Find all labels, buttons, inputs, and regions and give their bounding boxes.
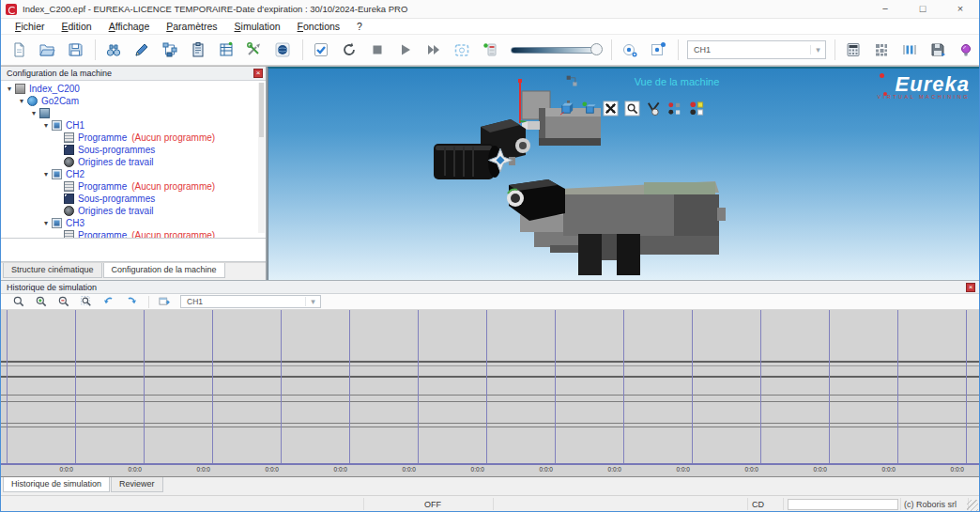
- binoculars-button[interactable]: [100, 38, 127, 62]
- caret-icon[interactable]: ▾: [41, 121, 51, 130]
- window-controls: − □ ×: [866, 0, 979, 18]
- pan-right-button[interactable]: [121, 294, 142, 309]
- resize-grip[interactable]: [967, 500, 978, 511]
- tree-item-ch1[interactable]: ▾CH1: [41, 119, 266, 132]
- speed-slider[interactable]: [509, 39, 603, 60]
- tree-item-sous-programmes[interactable]: Sous-programmes: [54, 193, 266, 205]
- pause-brackets-button[interactable]: [896, 38, 923, 62]
- caret-icon[interactable]: ▾: [5, 85, 14, 93]
- simulation-timeline[interactable]: 0:0:00:0:00:0:00:0:00:0:00:0:00:0:00:0:0…: [1, 310, 979, 477]
- scene-magnifier-icon: [624, 101, 640, 116]
- tree-item-ch3[interactable]: ▾CH3: [41, 217, 266, 229]
- maximize-button[interactable]: □: [904, 0, 942, 18]
- tree-item-programme[interactable]: Programme(Aucun programme): [54, 132, 266, 144]
- verify-checkbox-icon: [313, 41, 329, 58]
- zoom-button[interactable]: [8, 294, 29, 309]
- matrix-grid-button[interactable]: [868, 38, 895, 62]
- verify-checkbox-button[interactable]: [308, 38, 334, 62]
- scene-probe-button[interactable]: [646, 101, 662, 120]
- reset-simulation-icon: [341, 41, 358, 58]
- menu-paramtres[interactable]: Paramètres: [158, 21, 225, 32]
- stop-simulation-button[interactable]: [364, 38, 390, 62]
- scene-cross-button[interactable]: [603, 101, 619, 120]
- play-simulation-icon: [397, 41, 414, 58]
- view-caption: Vue de la machine: [606, 76, 747, 87]
- timeline-gridline: [349, 310, 350, 463]
- timeline-tick-label: 0:0:0: [192, 466, 210, 473]
- machine-3d-view[interactable]: Vue de la machine Eureka VIRTUAL MACHINI…: [268, 67, 979, 280]
- zoom-out-button[interactable]: [54, 294, 74, 309]
- channel-selector[interactable]: CH1▾: [687, 40, 826, 59]
- menu-fonctions[interactable]: Fonctions: [289, 21, 349, 32]
- tab-configuration-de-la-machine[interactable]: Configuration de la machine: [103, 263, 225, 278]
- close-button[interactable]: ×: [942, 0, 979, 18]
- program-table-button[interactable]: [213, 38, 239, 62]
- calculator-button[interactable]: [840, 38, 866, 62]
- panel-close-button[interactable]: ×: [253, 69, 263, 78]
- fast-forward-button[interactable]: [421, 38, 447, 62]
- menu-fichier[interactable]: Fichier: [7, 21, 54, 32]
- export-view-button[interactable]: [154, 294, 175, 309]
- play-simulation-button[interactable]: [392, 38, 419, 62]
- scene-cube-axes-button[interactable]: [559, 101, 575, 120]
- tools-button[interactable]: [241, 38, 268, 62]
- history-close-button[interactable]: ×: [966, 283, 975, 292]
- caret-icon[interactable]: ▾: [17, 97, 26, 105]
- tree-item-programme[interactable]: Programme(Aucun programme): [54, 180, 266, 193]
- reset-simulation-button[interactable]: [336, 38, 362, 62]
- new-file-button[interactable]: [6, 38, 32, 62]
- caret-icon[interactable]: ▾: [29, 109, 38, 117]
- target-zone-icon: [650, 41, 666, 58]
- tree-item-programme[interactable]: Programme(Aucun programme): [54, 229, 266, 238]
- machine-tree-button[interactable]: [157, 38, 183, 62]
- timeline-tick-label: 0:0:0: [535, 466, 553, 473]
- tab-reviewer[interactable]: Reviewer: [111, 477, 163, 492]
- caret-icon[interactable]: ▾: [41, 219, 51, 227]
- target-zone-button[interactable]: [645, 38, 671, 62]
- tab-historique-de-simulation[interactable]: Historique de simulation: [3, 477, 110, 492]
- timeline-tick-label: 0:0:0: [55, 466, 73, 473]
- menu-affichage[interactable]: Affichage: [100, 21, 159, 32]
- open-folder-button[interactable]: [34, 38, 60, 62]
- tree-item-sous-programmes[interactable]: Sous-programmes: [54, 144, 266, 156]
- edit-pencil-button[interactable]: [129, 38, 155, 62]
- scene-overlay-icon[interactable]: [565, 74, 579, 92]
- channel-selector[interactable]: CH1▾: [180, 295, 321, 308]
- menu-simulation[interactable]: Simulation: [226, 21, 289, 32]
- scene-node-colored-button[interactable]: [689, 101, 705, 120]
- tree-item-origines-de-travail[interactable]: Origines de travail: [54, 156, 266, 168]
- save-report-button[interactable]: [925, 38, 951, 62]
- tree-item-origines-de-travail[interactable]: Origines de travail: [54, 205, 266, 217]
- tree-item-machine-node[interactable]: ▾: [29, 107, 266, 119]
- slider-knob[interactable]: [590, 43, 603, 55]
- tab-structure-cin-matique[interactable]: Structure cinématique: [3, 263, 102, 278]
- channel-icon: [52, 169, 62, 179]
- scene-cube-green-button[interactable]: [581, 101, 597, 120]
- menu-edition[interactable]: Edition: [54, 21, 100, 32]
- panel-blank-area: [1, 238, 266, 262]
- toolbar-separator: [678, 39, 679, 60]
- tree-item-label: Programme: [78, 132, 127, 143]
- tree-item-go2cam[interactable]: ▾Go2Cam: [17, 95, 266, 107]
- tree-item-ch2[interactable]: ▾CH2: [41, 168, 266, 180]
- timeline-tick-label: 0:0:0: [741, 466, 758, 473]
- zoom-fit-button[interactable]: [76, 294, 97, 309]
- traffic-light-button[interactable]: [477, 38, 503, 62]
- zoom-in-button[interactable]: [31, 294, 52, 309]
- machine-tree-icon: [161, 41, 178, 58]
- scene-magnifier-button[interactable]: [624, 101, 640, 120]
- minimize-button[interactable]: −: [866, 0, 904, 18]
- view-sphere-button[interactable]: [269, 38, 296, 62]
- timeline-tick-label: 0:0:0: [946, 466, 964, 473]
- target-point-button[interactable]: [617, 38, 643, 62]
- save-file-button[interactable]: [62, 38, 88, 62]
- pan-left-button[interactable]: [99, 294, 119, 309]
- menu-?[interactable]: ?: [348, 21, 371, 32]
- clipboard-button[interactable]: [185, 38, 211, 62]
- lamp-button[interactable]: [953, 38, 979, 62]
- scene-node-red-button[interactable]: [667, 101, 683, 120]
- caret-icon[interactable]: ▾: [41, 170, 51, 178]
- tree-item-index-c200[interactable]: ▾Index_C200: [5, 83, 266, 95]
- capture-frame-button[interactable]: [449, 38, 475, 62]
- tree-scrollbar[interactable]: [258, 83, 265, 233]
